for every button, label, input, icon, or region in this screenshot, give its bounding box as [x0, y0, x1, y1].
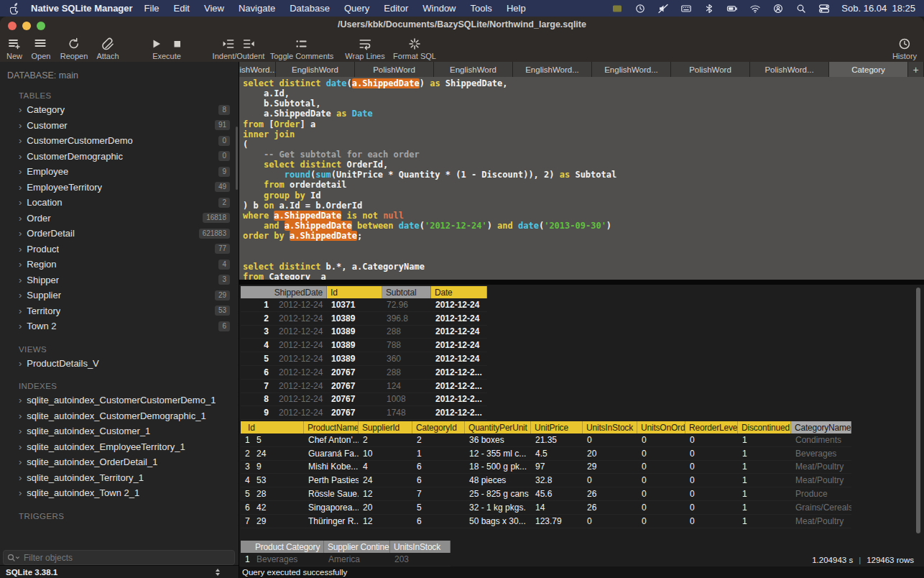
close-button[interactable]	[8, 22, 17, 30]
products-header-reorderlevel[interactable]: ReorderLevel	[685, 421, 738, 434]
time-machine-icon[interactable]	[634, 4, 646, 14]
sidebar-item-region[interactable]: ›Region4	[0, 257, 239, 272]
open-button[interactable]: Open	[32, 36, 51, 60]
format-sql-button[interactable]: Format SQL	[393, 36, 436, 60]
sidebar-item-location[interactable]: ›Location2	[0, 195, 239, 211]
sidebar-item-sqlite-autoindex-customerdemographic-1[interactable]: ›sqlite_autoindex_CustomerDemographic_1	[0, 408, 239, 424]
sidebar-item-employee[interactable]: ›Employee9	[0, 164, 239, 180]
menu-item-edit[interactable]: Edit	[167, 3, 197, 14]
filter-input[interactable]	[22, 552, 234, 564]
app-menu-title[interactable]: Native SQLite Manager	[31, 3, 133, 14]
products-header-unitsinstock[interactable]: UnitsInStock	[583, 421, 637, 434]
table-row[interactable]: 62012-12-24207672882012-12-2...	[241, 366, 487, 380]
control-center-icon[interactable]	[818, 4, 830, 14]
menu-item-database[interactable]: Database	[282, 3, 337, 14]
sidebar-item-shipper[interactable]: ›Shipper3	[0, 272, 239, 288]
products-header-categoryname[interactable]: CategoryName	[791, 421, 851, 434]
table-row[interactable]: 642Singaporea...20532 - 1 kg pkgs.142600…	[241, 501, 851, 515]
sidebar-item-customer[interactable]: ›Customer91	[0, 118, 239, 134]
products-header-unitprice[interactable]: UnitPrice	[531, 421, 583, 434]
editor-results-divider[interactable]	[239, 280, 924, 285]
menu-item-editor[interactable]: Editor	[376, 3, 415, 14]
products-header-supplierid[interactable]: SupplierId	[359, 421, 412, 434]
menu-item-navigate[interactable]: Navigate	[231, 3, 282, 14]
reopen-button[interactable]: Reopen	[60, 36, 88, 60]
table-row[interactable]: 82012-12-242076710082012-12-2...	[241, 393, 487, 407]
wifi-icon[interactable]	[749, 4, 761, 14]
minimize-button[interactable]	[22, 22, 31, 30]
zoom-button[interactable]	[37, 22, 45, 30]
products-header-productname[interactable]: ProductName	[304, 421, 359, 434]
shipped-header-subtotal[interactable]: Subtotal	[382, 286, 431, 298]
table-row[interactable]: 12012-12-241037172.962012-12-24	[241, 298, 487, 312]
tab-category[interactable]: Category	[829, 62, 908, 77]
filter-field[interactable]	[3, 550, 235, 565]
sidebar-item-sqlite-autoindex-orderdetail-1[interactable]: ›sqlite_autoindex_OrderDetail_1	[0, 454, 239, 470]
sidebar-scrollbar[interactable]	[236, 127, 238, 190]
category-header-supplier-continent[interactable]: Supplier Continent	[324, 541, 390, 553]
apple-menu-icon[interactable]	[10, 3, 19, 14]
sidebar-item-product[interactable]: ›Product77	[0, 242, 239, 257]
tab-englishword[interactable]: EnglishWord	[276, 62, 355, 77]
menu-item-help[interactable]: Help	[499, 3, 533, 14]
sidebar-item-sqlite-autoindex-employeeterritory-1[interactable]: ›sqlite_autoindex_EmployeeTerritory_1	[0, 439, 239, 455]
sidebar-item-customercustomerdemo[interactable]: ›CustomerCustomerDemo0	[0, 133, 239, 149]
table-row[interactable]: 1BeveragesAmerica203	[241, 553, 451, 566]
shipped-header-shippeddate[interactable]: ShippedDate	[241, 286, 327, 298]
category-header-product-category[interactable]: Product Category	[241, 541, 324, 553]
execute-button[interactable]: Execute	[149, 36, 185, 60]
table-row[interactable]: 453Perth Pasties24648 pieces32.80001Meat…	[241, 474, 851, 487]
sidebar-item-supplier[interactable]: ›Supplier29	[0, 288, 239, 303]
bluetooth-icon[interactable]	[703, 4, 715, 14]
menu-item-window[interactable]: Window	[415, 3, 463, 14]
table-row[interactable]: 92012-12-242076717482012-12-2...	[241, 406, 487, 420]
sidebar-item-orderdetail[interactable]: ›OrderDetail621883	[0, 226, 239, 242]
sidebar-item-sqlite-autoindex-customercustomerdemo-1[interactable]: ›sqlite_autoindex_CustomerCustomerDemo_1	[0, 393, 239, 408]
indent-outdent-button[interactable]: Indent/Outdent	[213, 36, 265, 60]
table-row[interactable]: 224Guaraná Fa...10112 - 355 ml c...4.520…	[241, 447, 851, 461]
menu-item-query[interactable]: Query	[337, 3, 376, 14]
menu-item-tools[interactable]: Tools	[463, 3, 499, 14]
tab-englishword[interactable]: EnglishWord...	[513, 62, 592, 77]
tab-lishword[interactable]: lishWord...	[239, 62, 276, 77]
toggle-comments-button[interactable]: Toggle Comments	[270, 36, 334, 60]
sidebar-item-productdetails-v[interactable]: ›ProductDetails_V	[0, 356, 239, 372]
table-row[interactable]: 15Chef Anton'...2236 boxes21.350001Condi…	[241, 434, 851, 447]
keyboard-icon[interactable]	[680, 4, 692, 14]
sidebar-item-town-2[interactable]: ›Town 26	[0, 318, 239, 334]
user-icon[interactable]	[772, 4, 784, 14]
tab-englishword[interactable]: EnglishWord	[434, 62, 513, 77]
sidebar-item-sqlite-autoindex-territory-1[interactable]: ›sqlite_autoindex_Territory_1	[0, 470, 239, 486]
products-header-discontinued[interactable]: Discontinued	[738, 421, 791, 434]
wrap-lines-button[interactable]: Wrap Lines	[345, 36, 384, 60]
table-row[interactable]: 729Thüringer R...12650 bags x 30...123.7…	[241, 515, 851, 528]
mute-icon[interactable]	[657, 4, 669, 14]
sidebar-item-order[interactable]: ›Order16818	[0, 211, 239, 226]
tab-englishword[interactable]: EnglishWord...	[592, 62, 671, 77]
table-row[interactable]: 52012-12-24103893602012-12-24	[241, 352, 487, 366]
table-row[interactable]: 528Rössle Saue...12725 - 825 g cans45.62…	[241, 487, 851, 501]
tab-polishword[interactable]: PolishWord	[355, 62, 434, 77]
table-row[interactable]: 42012-12-24103897882012-12-24	[241, 339, 487, 352]
version-stepper[interactable]	[216, 569, 220, 576]
products-header-unitsonorder[interactable]: UnitsOnOrder	[637, 421, 685, 434]
products-header-categoryid[interactable]: CategoryId	[412, 421, 465, 434]
sidebar-item-sqlite-autoindex-customer-1[interactable]: ›sqlite_autoindex_Customer_1	[0, 423, 239, 439]
menu-clock[interactable]: Sob. 16.04 18:25	[841, 3, 915, 14]
products-header-quantityperunit[interactable]: QuantityPerUnit	[465, 421, 531, 434]
table-row[interactable]: 32012-12-24103892882012-12-24	[241, 326, 487, 339]
menu-item-view[interactable]: View	[197, 3, 231, 14]
table-row[interactable]: 22012-12-2410389396.82012-12-24	[241, 312, 487, 326]
sidebar-item-category[interactable]: ›Category8	[0, 102, 239, 118]
shipped-header-id[interactable]: Id	[327, 286, 382, 298]
attach-button[interactable]: Attach	[96, 36, 119, 60]
sidebar-item-territory[interactable]: ›Territory53	[0, 303, 239, 319]
sidebar-item-customerdemographic[interactable]: ›CustomerDemographic0	[0, 149, 239, 165]
results-scrollbar[interactable]	[916, 288, 920, 533]
tab-polishword[interactable]: PolishWord...	[750, 62, 829, 77]
new-tab-button[interactable]: +	[908, 62, 924, 77]
new-button[interactable]: New	[6, 36, 22, 60]
table-row[interactable]: 72012-12-24207671242012-12-2...	[241, 380, 487, 393]
battery-icon[interactable]	[726, 4, 738, 14]
tab-polishword[interactable]: PolishWord	[671, 62, 750, 77]
